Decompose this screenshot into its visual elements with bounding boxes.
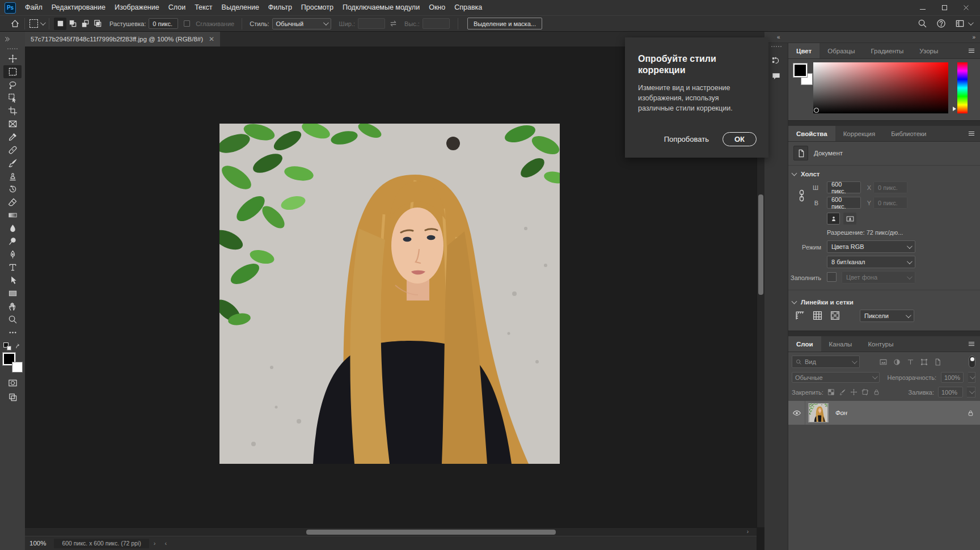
history-panel-button[interactable]: [768, 52, 785, 68]
minimize-button[interactable]: [912, 0, 933, 15]
vertical-scrollbar-thumb[interactable]: [758, 194, 763, 295]
toolbar-grip[interactable]: [7, 48, 18, 49]
lock-artboard-icon[interactable]: [861, 387, 869, 397]
lock-pixels-icon[interactable]: [839, 387, 846, 397]
dodge-tool[interactable]: [3, 235, 22, 248]
quick-mask-toggle[interactable]: [3, 376, 22, 390]
path-selection-tool[interactable]: [3, 274, 22, 287]
menu-type[interactable]: Текст: [190, 0, 217, 15]
type-tool[interactable]: [3, 261, 22, 274]
workspace-switcher[interactable]: [955, 19, 972, 28]
document-image[interactable]: [219, 124, 560, 464]
menu-help[interactable]: Справка: [450, 0, 487, 15]
zoom-tool[interactable]: [3, 313, 22, 326]
expand-panels-icon[interactable]: »: [972, 35, 975, 40]
canvas-width-input[interactable]: 600 пикс.: [827, 181, 861, 193]
layer-filter-box[interactable]: Вид: [792, 356, 860, 368]
ok-button[interactable]: ОК: [723, 132, 757, 146]
horizontal-scrollbar-thumb[interactable]: [306, 530, 556, 535]
hand-tool[interactable]: [3, 300, 22, 313]
move-tool[interactable]: [3, 52, 22, 65]
selection-mode-subtract[interactable]: [79, 18, 91, 30]
color-mode-dropdown[interactable]: Цвета RGB: [827, 240, 915, 253]
layer-row-background[interactable]: Фон: [788, 401, 980, 425]
color-picker-field[interactable]: [813, 62, 948, 113]
crop-tool[interactable]: [3, 104, 22, 117]
history-brush-tool[interactable]: [3, 183, 22, 196]
foreground-color-swatch[interactable]: [793, 64, 807, 77]
status-prev-chevron[interactable]: ‹: [164, 540, 167, 547]
spot-healing-brush-tool[interactable]: [3, 143, 22, 156]
fill-checkbox[interactable]: [827, 272, 837, 282]
maximize-button[interactable]: [933, 0, 955, 15]
collapse-panels-icon[interactable]: «: [777, 35, 780, 40]
grid-icon[interactable]: [812, 310, 823, 321]
rectangle-tool[interactable]: [3, 287, 22, 300]
background-color-swatch[interactable]: [12, 362, 22, 372]
scroll-right-chevron[interactable]: ›: [747, 528, 749, 535]
orientation-landscape-button[interactable]: [843, 213, 856, 225]
menu-view[interactable]: Просмотр: [297, 0, 338, 15]
help-icon[interactable]: [936, 19, 946, 28]
menu-image[interactable]: Изображение: [110, 0, 164, 15]
tab-libraries[interactable]: Библиотеки: [883, 126, 934, 141]
layer-visibility-toggle[interactable]: [788, 401, 805, 425]
lock-transparency-icon[interactable]: [827, 387, 835, 397]
tab-layers[interactable]: Слои: [788, 336, 821, 352]
layers-panel-menu[interactable]: [968, 336, 980, 352]
clone-stamp-tool[interactable]: [3, 170, 22, 183]
filter-type-layers-icon[interactable]: [906, 357, 915, 367]
try-button[interactable]: Попробовать: [664, 135, 709, 143]
rulers-section-header[interactable]: Линейки и сетки: [788, 294, 980, 308]
orientation-portrait-button[interactable]: [827, 213, 840, 225]
feather-input[interactable]: 0 пикс.: [149, 18, 178, 29]
transparency-grid-icon[interactable]: [830, 310, 840, 321]
lasso-tool[interactable]: [3, 78, 22, 91]
bit-depth-dropdown[interactable]: 8 бит/канал: [827, 256, 915, 268]
selection-mode-add[interactable]: [66, 18, 79, 30]
menu-file[interactable]: Файл: [20, 0, 47, 15]
hue-slider[interactable]: [957, 62, 968, 113]
menu-edit[interactable]: Редактирование: [47, 0, 110, 15]
opacity-input[interactable]: 100%: [941, 372, 964, 383]
pen-tool[interactable]: [3, 248, 22, 261]
color-cursor[interactable]: [814, 108, 819, 113]
tab-color[interactable]: Цвет: [788, 43, 820, 58]
swap-colors-icon[interactable]: [15, 343, 22, 350]
fill-color-dropdown[interactable]: Цвет фона: [842, 271, 915, 284]
tab-channels[interactable]: Каналы: [821, 336, 860, 352]
blur-tool[interactable]: [3, 222, 22, 235]
color-panel-menu[interactable]: [968, 43, 980, 58]
brush-tool[interactable]: [3, 156, 22, 170]
tab-patterns[interactable]: Узоры: [911, 43, 946, 58]
screen-mode-toggle[interactable]: [3, 391, 22, 404]
status-next-chevron[interactable]: ›: [154, 540, 156, 547]
zoom-level[interactable]: 100%: [29, 540, 46, 547]
close-button[interactable]: [955, 0, 977, 15]
canvas-y-input[interactable]: 0 пикс.: [873, 197, 907, 209]
search-icon[interactable]: [918, 19, 927, 28]
canvas-x-input[interactable]: 0 пикс.: [873, 181, 907, 193]
object-selection-tool[interactable]: [3, 91, 22, 104]
rectangular-marquee-tool[interactable]: [3, 65, 22, 78]
tab-adjustments[interactable]: Коррекция: [835, 126, 884, 141]
select-and-mask-button[interactable]: Выделение и маска...: [467, 18, 542, 29]
menu-layers[interactable]: Слои: [164, 0, 190, 15]
eyedropper-tool[interactable]: [3, 130, 22, 143]
eraser-tool[interactable]: [3, 196, 22, 209]
swap-dimensions-icon[interactable]: [388, 19, 398, 28]
filter-toggle[interactable]: [969, 356, 975, 368]
home-icon[interactable]: [10, 19, 20, 28]
filter-smart-objects-icon[interactable]: [933, 357, 942, 367]
selection-mode-intersect[interactable]: [91, 18, 104, 30]
comments-panel-button[interactable]: [768, 68, 785, 84]
horizontal-scrollbar[interactable]: ›: [25, 527, 757, 536]
strip-grip[interactable]: [771, 46, 782, 47]
tab-properties[interactable]: Свойства: [788, 126, 835, 141]
hue-slider-marker[interactable]: [953, 107, 956, 111]
tab-gradients[interactable]: Градиенты: [863, 43, 912, 58]
double-chevron-right-icon[interactable]: [4, 36, 11, 43]
tab-paths[interactable]: Контуры: [860, 336, 901, 352]
default-colors-icon[interactable]: [3, 342, 11, 350]
properties-panel-menu[interactable]: [968, 126, 980, 141]
